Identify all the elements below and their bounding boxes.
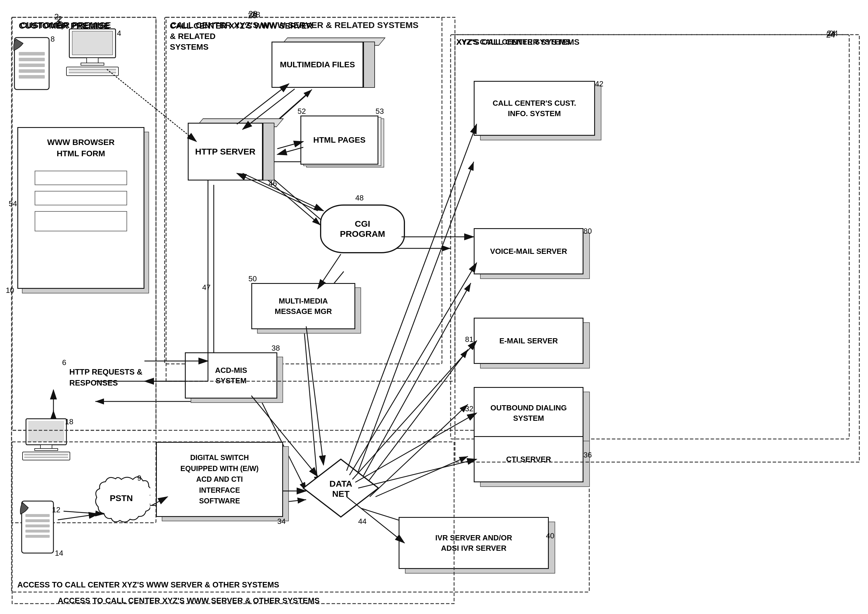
svg-rect-37 — [69, 71, 116, 73]
svg-text:PROGRAM: PROGRAM — [340, 229, 385, 239]
svg-rect-57 — [24, 457, 68, 458]
ref-12: 12 — [52, 505, 60, 514]
http-requests-label: HTTP REQUESTS &RESPONSES — [69, 367, 143, 389]
xyz-call-center-text: XYZ'S CALL CENTER SYSTEMS — [456, 37, 571, 47]
ref-24-label: 24 — [827, 29, 835, 38]
svg-line-73 — [237, 84, 289, 124]
svg-rect-54 — [35, 448, 58, 451]
ref-8: 8 — [51, 35, 54, 43]
svg-rect-61 — [25, 524, 50, 527]
svg-rect-60 — [25, 519, 50, 522]
ivr-server-box: IVR SERVER AND/ORADSI IVR SERVER 40 — [398, 517, 549, 569]
svg-rect-39 — [19, 52, 45, 56]
svg-rect-36 — [69, 69, 116, 70]
cgi-program-box: CGI PROGRAM 48 — [318, 202, 410, 261]
svg-text:CGI: CGI — [355, 219, 370, 228]
svg-line-22 — [370, 404, 468, 497]
svg-line-72 — [277, 147, 303, 155]
svg-line-88 — [350, 263, 477, 475]
svg-text:PSTN: PSTN — [110, 493, 133, 503]
computer-4-icon: 4 — [64, 26, 121, 79]
multi-media-msg-mgr-box: MULTI-MEDIAMESSAGE MGR 50 — [251, 283, 355, 329]
svg-rect-35 — [67, 67, 118, 76]
svg-text:NET: NET — [332, 489, 350, 498]
svg-line-82 — [58, 514, 98, 520]
data-net-box: DATA NET 44 — [301, 456, 381, 520]
svg-rect-32 — [72, 31, 113, 55]
svg-rect-62 — [25, 530, 50, 533]
www-browser-box: WWW BROWSERHTML FORM 54 10 — [17, 127, 144, 289]
svg-text:DATA: DATA — [330, 479, 352, 488]
svg-rect-41 — [19, 64, 45, 67]
voice-mail-box: VOICE-MAIL SERVER 80 — [474, 228, 583, 274]
html-pages-box: HTML PAGES 52 53 — [301, 116, 381, 167]
svg-rect-59 — [25, 514, 50, 517]
svg-line-87 — [347, 124, 477, 471]
svg-line-85 — [306, 326, 324, 465]
svg-rect-43 — [19, 75, 45, 79]
svg-rect-63 — [25, 535, 50, 538]
ref-28-label: 28 — [248, 9, 257, 19]
svg-line-20 — [375, 456, 468, 497]
svg-line-24 — [358, 283, 471, 485]
digital-switch-box: DIGITAL SWITCHEQUIPPED WITH (E/W)ACD AND… — [156, 442, 283, 517]
svg-rect-40 — [19, 58, 45, 61]
outbound-dialing-box: OUTBOUND DIALINGSYSTEM 32 — [474, 387, 583, 439]
svg-rect-34 — [81, 63, 104, 65]
computer-18-icon: 18 — [20, 416, 72, 463]
ref-10: 10 — [6, 286, 14, 295]
email-server-box: E-MAIL SERVER 81 — [474, 318, 583, 364]
phone-8-icon: 8 — [12, 32, 60, 96]
access-region-label: ACCESS TO CALL CENTER XYZ'S WWW SERVER &… — [58, 596, 320, 605]
ref-6: 6 — [62, 358, 66, 367]
svg-rect-56 — [24, 454, 68, 456]
svg-rect-42 — [19, 69, 45, 73]
call-center-cust-info-box: CALL CENTER'S CUST.INFO. SYSTEM 42 — [474, 81, 595, 136]
multimedia-files-box: MULTIMEDIA FILES — [271, 37, 370, 84]
diagram-container: CUSTOMER PREMISE CALL CENTER XYZ'S WWW S… — [0, 0, 868, 614]
ref-2-label: 2 — [54, 12, 59, 22]
cti-server-box: CTI SERVER 36 — [474, 436, 583, 482]
svg-rect-52 — [28, 421, 64, 442]
acd-mis-box: ACD-MISSYSTEM 38 — [185, 352, 277, 398]
ref-47: 47 — [202, 283, 211, 292]
svg-rect-55 — [23, 452, 70, 460]
pstn-cloud: PSTN 9 — [92, 474, 150, 533]
ref-4: 4 — [117, 29, 121, 38]
http-server-box: HTTP SERVER 46 — [188, 118, 269, 176]
svg-line-71 — [277, 141, 303, 149]
ref-54: 54 — [9, 199, 17, 208]
access-label-text: ACCESS TO CALL CENTER XYZ'S WWW SERVER &… — [17, 580, 279, 589]
